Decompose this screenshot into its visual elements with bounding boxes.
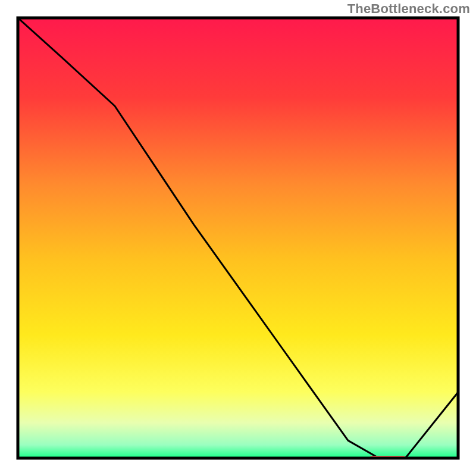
chart-container: { "watermark": "TheBottleneck.com", "cha… — [0, 0, 476, 476]
plot-background — [18, 18, 458, 458]
bottleneck-chart — [0, 0, 476, 476]
watermark-text: TheBottleneck.com — [347, 1, 470, 17]
